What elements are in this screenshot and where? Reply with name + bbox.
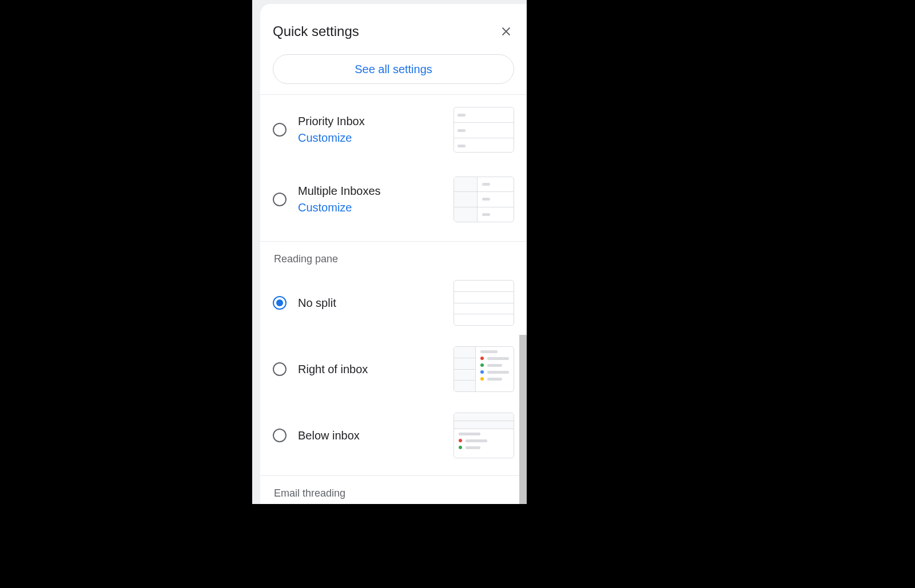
thumb-no-split (453, 280, 514, 326)
option-text: Right of inbox (298, 363, 442, 376)
option-label: Multiple Inboxes (298, 185, 442, 198)
option-text: Priority Inbox Customize (298, 115, 442, 145)
option-label: Below inbox (298, 429, 442, 442)
email-threading-title: Email threading (260, 483, 527, 504)
inbox-type-option-multiple[interactable]: Multiple Inboxes Customize (260, 165, 527, 234)
see-all-wrap: See all settings (260, 46, 527, 95)
divider (260, 241, 527, 242)
thumb-right-of-inbox (453, 346, 514, 392)
reading-pane-option-right[interactable]: Right of inbox (260, 336, 527, 402)
option-text: No split (298, 297, 442, 310)
radio-right-of-inbox[interactable] (273, 362, 287, 376)
close-icon[interactable] (498, 23, 514, 39)
quick-settings-sidepanel: Quick settings See all settings Priority… (252, 0, 527, 504)
panel-title: Quick settings (273, 23, 359, 39)
option-label: Priority Inbox (298, 115, 442, 128)
option-text: Below inbox (298, 429, 442, 442)
customize-link[interactable]: Customize (298, 131, 442, 145)
option-label: No split (298, 297, 442, 310)
reading-pane-option-no-split[interactable]: No split (260, 270, 527, 336)
radio-no-split[interactable] (273, 296, 287, 310)
thumb-below-inbox (453, 413, 514, 458)
radio-priority-inbox[interactable] (273, 123, 287, 137)
settings-scroll-body[interactable]: Priority Inbox Customize Multiple Inboxe… (260, 95, 527, 504)
radio-below-inbox[interactable] (273, 429, 287, 442)
customize-link[interactable]: Customize (298, 201, 442, 214)
reading-pane-option-below[interactable]: Below inbox (260, 402, 527, 469)
inbox-type-option-priority[interactable]: Priority Inbox Customize (260, 95, 527, 165)
thumb-multiple-inboxes (453, 177, 514, 222)
thumb-priority-inbox (453, 107, 514, 153)
panel-body: Quick settings See all settings Priority… (260, 4, 527, 504)
scrollbar-thumb[interactable] (519, 335, 527, 504)
reading-pane-title: Reading pane (260, 249, 527, 270)
option-text: Multiple Inboxes Customize (298, 185, 442, 214)
option-label: Right of inbox (298, 363, 442, 376)
radio-multiple-inboxes[interactable] (273, 193, 287, 206)
divider (260, 475, 527, 476)
see-all-settings-button[interactable]: See all settings (273, 54, 514, 84)
panel-header: Quick settings (260, 4, 527, 46)
